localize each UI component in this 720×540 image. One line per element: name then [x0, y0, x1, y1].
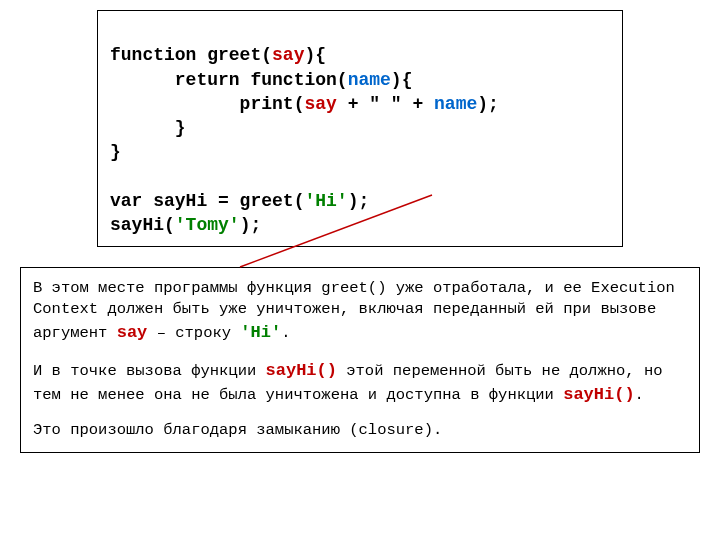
string-tomy: 'Tomy'	[175, 215, 240, 235]
param-say: say	[272, 45, 304, 65]
hl-sayhi2: sayHi()	[563, 385, 634, 404]
param-name: name	[348, 70, 391, 90]
hl-sayhi: sayHi()	[266, 361, 337, 380]
code-line: }	[110, 142, 121, 162]
hl-say: say	[117, 323, 148, 342]
explanation-para: И в точке вызова функции sayHi() этой пе…	[33, 359, 687, 407]
hl-hi: 'Hi'	[240, 323, 281, 342]
code-block: function greet(say){ return function(nam…	[97, 10, 623, 247]
code-line: print(say + " " + name);	[110, 94, 499, 114]
code-line: function greet(say){	[110, 45, 326, 65]
explanation-para: В этом месте программы функция greet() у…	[33, 278, 687, 345]
explanation-para: Это произошло благодаря замыканию (closu…	[33, 420, 687, 442]
code-line: return function(name){	[110, 70, 412, 90]
var-say: say	[304, 94, 336, 114]
string-hi: 'Hi'	[304, 191, 347, 211]
code-line: var sayHi = greet('Hi');	[110, 191, 369, 211]
explanation-block: В этом месте программы функция greet() у…	[20, 267, 700, 453]
code-line: sayHi('Tomy');	[110, 215, 261, 235]
code-line: }	[110, 118, 186, 138]
var-name: name	[434, 94, 477, 114]
